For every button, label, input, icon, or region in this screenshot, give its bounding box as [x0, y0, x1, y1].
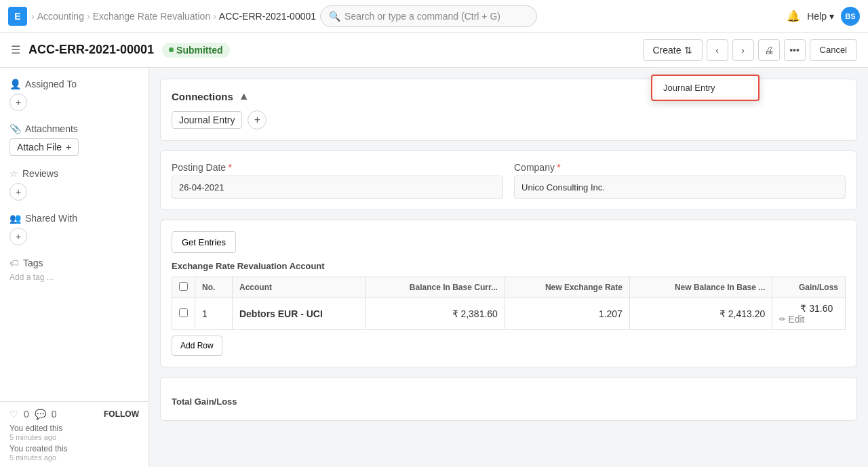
breadcrumb-sep1: › — [31, 11, 35, 22]
cell-gain-loss: ₹ 31.60 ✏ Edit — [772, 298, 846, 330]
required-star: * — [229, 162, 232, 173]
posting-date-card: Posting Date * Company * — [160, 150, 857, 210]
table-header-row: No. Account Balance In Base Curr... New … — [172, 277, 846, 298]
app-icon[interactable]: E — [8, 7, 27, 26]
create-dropdown[interactable]: Journal Entry — [651, 75, 760, 101]
th-new-rate: New Exchange Rate — [505, 277, 629, 298]
company-field: Company * — [514, 162, 846, 199]
th-new-balance: New Balance In Base ... — [629, 277, 772, 298]
th-no: No. — [195, 277, 233, 298]
comments-count: 0 — [52, 409, 57, 420]
company-label: Company * — [514, 162, 846, 173]
paperclip-icon: 📎 — [9, 123, 21, 134]
attachments-label: Attachments — [25, 123, 78, 134]
bell-icon[interactable]: 🔔 — [787, 9, 800, 22]
table-row: 1 Debtors EUR - UCI ₹ 2,381.60 1.207 ₹ 2… — [172, 298, 846, 330]
reviews-add-button[interactable]: + — [9, 183, 27, 201]
breadcrumb-exchange[interactable]: Exchange Rate Revaluation — [93, 11, 211, 22]
next-button[interactable]: › — [732, 39, 754, 61]
activity1-time: 5 minutes ago — [9, 433, 139, 441]
entries-table-title: Exchange Rate Revaluation Account — [172, 261, 846, 271]
company-input[interactable] — [514, 176, 846, 199]
assigned-to-add-button[interactable]: + — [9, 94, 27, 111]
attach-file-button[interactable]: Attach File + — [9, 138, 79, 156]
follow-button[interactable]: FOLLOW — [104, 409, 139, 419]
search-placeholder: Search or type a command (Ctrl + G) — [344, 11, 500, 22]
sidebar-attachments-section: 📎 Attachments Attach File + — [9, 123, 139, 156]
attach-file-label: Attach File — [17, 142, 62, 153]
help-button[interactable]: Help ▾ — [807, 11, 834, 22]
activity2-title: You created this — [9, 444, 139, 453]
hamburger-icon[interactable]: ☰ — [11, 43, 20, 56]
topbar-right: 🔔 Help ▾ BS — [787, 7, 860, 26]
cell-no: 1 — [195, 298, 233, 330]
entries-table: No. Account Balance In Base Curr... New … — [172, 277, 846, 330]
row-checkbox-cell — [172, 298, 195, 330]
journal-entry-tag[interactable]: Journal Entry — [172, 111, 242, 129]
reviews-header: ☆ Reviews — [9, 168, 139, 179]
tags-label: Tags — [23, 258, 43, 268]
posting-date-input[interactable] — [172, 176, 503, 199]
topbar: E › Accounting › Exchange Rate Revaluati… — [0, 0, 868, 33]
breadcrumb-current: ACC-ERR-2021-00001 — [219, 11, 316, 22]
shared-with-add-button[interactable]: + — [9, 228, 27, 245]
print-button[interactable]: 🖨 — [758, 39, 780, 61]
more-button[interactable]: ••• — [784, 39, 806, 61]
breadcrumb-accounting[interactable]: Accounting — [37, 11, 84, 22]
user-icon: 👤 — [9, 79, 21, 89]
entries-card: Get Entries Exchange Rate Revaluation Ac… — [160, 220, 857, 367]
activity-stats-row: ♡ 0 💬 0 FOLLOW — [9, 409, 139, 420]
content-area: Connections ▲ Journal Entry + Posting Da… — [149, 68, 868, 467]
sidebar-shared-with-section: 👥 Shared With + — [9, 213, 139, 245]
add-connection-button[interactable]: + — [248, 110, 267, 129]
add-row-button[interactable]: Add Row — [172, 336, 222, 356]
posting-date-field: Posting Date * — [172, 162, 503, 199]
connections-list: Journal Entry + — [172, 110, 846, 129]
posting-date-label: Posting Date * — [172, 162, 503, 173]
company-required-star: * — [557, 162, 560, 173]
cell-new-rate: 1.207 — [505, 298, 629, 330]
dropdown-journal-entry[interactable]: Journal Entry — [652, 76, 758, 100]
cell-account: Debtors EUR - UCI — [232, 298, 365, 330]
breadcrumb: › Accounting › Exchange Rate Revaluation… — [31, 11, 316, 22]
search-icon: 🔍 — [329, 11, 340, 22]
edit-link[interactable]: ✏ Edit — [779, 314, 838, 325]
search-bar[interactable]: 🔍 Search or type a command (Ctrl + G) — [320, 5, 537, 27]
breadcrumb-sep2: › — [87, 11, 90, 22]
star-icon: ☆ — [9, 168, 18, 179]
tags-header: 🏷 Tags — [9, 258, 139, 268]
connections-title: Connections — [172, 91, 233, 102]
total-card: Total Gain/Loss — [160, 377, 857, 421]
row-checkbox[interactable] — [179, 308, 188, 317]
th-balance: Balance In Base Curr... — [366, 277, 505, 298]
prev-button[interactable]: ‹ — [707, 39, 728, 61]
breadcrumb-sep3: › — [213, 11, 216, 22]
status-badge: Submitted — [162, 43, 229, 58]
cancel-button[interactable]: Cancel — [810, 39, 857, 61]
sidebar-activity-footer: ♡ 0 💬 0 FOLLOW You edited this 5 minutes… — [0, 401, 149, 467]
cell-new-balance: ₹ 2,413.20 — [629, 298, 772, 330]
th-checkbox — [172, 277, 195, 298]
sidebar-assigned-to-section: 👤 Assigned To + — [9, 79, 139, 111]
connections-collapse-icon[interactable]: ▲ — [239, 90, 250, 102]
attach-plus-icon: + — [66, 142, 71, 153]
activity1-title: You edited this — [9, 424, 139, 433]
create-label: Create — [653, 45, 682, 56]
attachments-header: 📎 Attachments — [9, 123, 139, 134]
select-all-checkbox[interactable] — [179, 282, 188, 291]
help-label: Help — [807, 11, 827, 22]
assigned-to-header: 👤 Assigned To — [9, 79, 139, 89]
form-grid: Posting Date * Company * — [172, 162, 846, 199]
journal-entry-label: Journal Entry — [179, 115, 235, 125]
sidebar-tags-section: 🏷 Tags Add a tag ... — [9, 258, 139, 282]
page-header: ☰ ACC-ERR-2021-00001 Submitted Create ⇅ … — [0, 33, 868, 68]
avatar[interactable]: BS — [841, 7, 860, 26]
main-layout: 👤 Assigned To + 📎 Attachments Attach Fil… — [0, 68, 868, 467]
add-tag-placeholder[interactable]: Add a tag ... — [9, 272, 139, 282]
header-actions: Create ⇅ ‹ › 🖨 ••• Cancel — [643, 39, 858, 61]
heart-icon: ♡ — [9, 409, 18, 420]
create-button[interactable]: Create ⇅ — [643, 39, 703, 61]
assigned-to-label: Assigned To — [25, 79, 77, 89]
create-chevron-icon: ⇅ — [684, 45, 692, 56]
get-entries-button[interactable]: Get Entries — [172, 231, 236, 253]
